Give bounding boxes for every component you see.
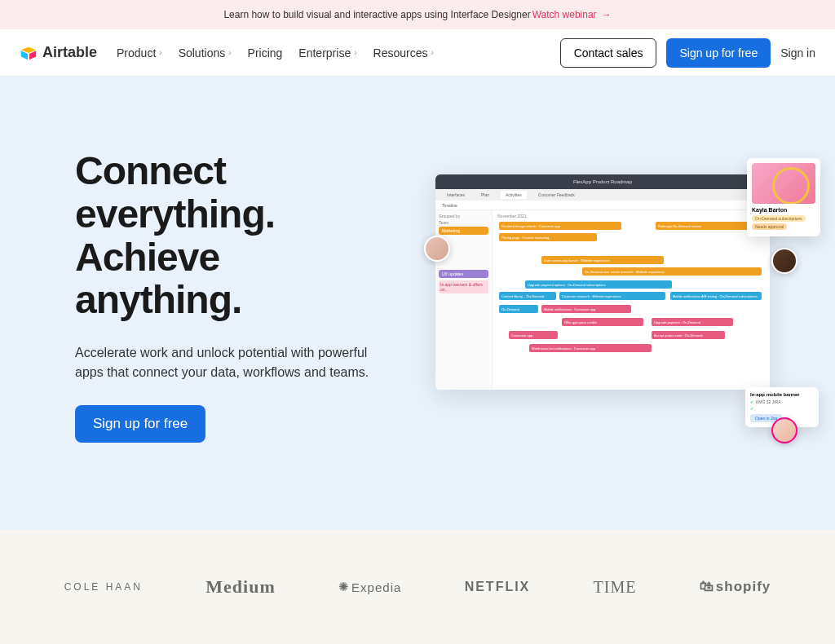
logo-medium: Medium <box>205 576 275 598</box>
chevron-right-icon: › <box>354 48 356 57</box>
nav-enterprise[interactable]: Enterprise› <box>298 46 356 60</box>
grouped-by-label: Grouped by <box>439 214 488 218</box>
task-row: ✔ <box>750 406 814 411</box>
chevron-right-icon: › <box>228 48 231 57</box>
timeline-bar: Mobile notifications A/B testing · On-De… <box>670 292 762 300</box>
timeline-bar: Mobile notifications · Consumer app <box>541 305 631 313</box>
chevron-right-icon: › <box>159 48 161 57</box>
avatar <box>771 417 797 443</box>
group-ux: UX updates <box>439 270 488 278</box>
app-toolbar: Timeline <box>435 201 770 210</box>
logo-netflix: NETFLIX <box>465 580 531 594</box>
logo-shopify: 🛍shopify <box>700 579 771 595</box>
task-title: In-app mobile banner <box>750 392 814 397</box>
airtable-logo-icon <box>20 44 38 62</box>
nav-items: Product› Solutions› Pricing Enterprise› … <box>117 46 434 60</box>
contact-sales-button[interactable]: Contact sales <box>560 38 657 68</box>
announcement-banner[interactable]: Learn how to build visual and interactiv… <box>0 0 835 29</box>
arrow-right-icon: → <box>602 9 612 20</box>
banner-text: Learn how to build visual and interactiv… <box>223 9 530 20</box>
main-nav: Airtable Product› Solutions› Pricing Ent… <box>0 29 835 77</box>
timeline-bar: On-Demand user needs research · Website … <box>582 267 762 276</box>
profile-photo <box>752 163 815 204</box>
timeline-bar: User community launch · Website experien… <box>541 256 664 264</box>
logo-time: TIME <box>594 578 637 597</box>
timeline-bar: Redesign On-Demand screen <box>656 222 762 230</box>
app-window: FlexApp Product Roadmap Interfaces Plan … <box>435 174 770 390</box>
hero-content: Connect everything. Achieve anything. Ac… <box>0 150 375 473</box>
timeline-bar: Offer gym pass credits <box>562 318 643 326</box>
app-tab: Interfaces <box>442 191 470 199</box>
timeline-bar: Upgrade payment options · On-Demand subs… <box>525 280 672 289</box>
timeline: Grouped by Team Marketing UX updates In … <box>435 210 770 390</box>
customer-logos: COLE HAAN Medium ✺Expedia NETFLIX TIME 🛍… <box>0 530 835 644</box>
timeline-bar: Pricing page · Content marketing <box>499 233 597 241</box>
timeline-bar: Consumer app <box>509 331 558 339</box>
hero-illustration: FlexApp Product Roadmap Interfaces Plan … <box>435 174 786 419</box>
check-icon: ✔ <box>750 399 753 404</box>
timeline-label: Timeline <box>442 203 457 208</box>
timeline-bar: Accept promo code · On-Demand <box>652 331 725 339</box>
nav-pricing[interactable]: Pricing <box>248 46 283 60</box>
app-tab: Activities <box>501 191 527 199</box>
nav-product[interactable]: Product› <box>117 46 162 60</box>
timeline-canvas: November 2021 Finalized design refresh ·… <box>493 210 770 390</box>
check-icon: ✔ <box>750 406 753 411</box>
signup-button[interactable]: Sign up for free <box>666 38 771 68</box>
app-header: FlexApp Product Roadmap <box>435 174 770 189</box>
chevron-right-icon: › <box>431 48 433 57</box>
hero-signup-button[interactable]: Sign up for free <box>75 405 205 443</box>
globe-icon: ✺ <box>338 580 350 594</box>
app-title: FlexApp Product Roadmap <box>573 179 632 184</box>
logo-expedia: ✺Expedia <box>338 580 401 594</box>
timeline-bar: Finalized design refresh · Consumer app <box>499 222 621 230</box>
timeline-bar: Wireframes for notifications · Consumer … <box>529 344 652 352</box>
app-tabs: Interfaces Plan Activities Customer Feed… <box>435 189 770 201</box>
timeline-bar: Customer research · Website experience <box>559 292 665 300</box>
group-marketing: Marketing <box>439 227 488 235</box>
profile-card: Kayla Barton On-Demand subscriptions Nee… <box>747 158 820 236</box>
avatar <box>771 248 797 274</box>
timeline-bar: Upgrade payment · On-Demand <box>652 318 733 326</box>
task-row: ✔KMG 32 JIRA <box>750 399 814 404</box>
nav-right: Contact sales Sign up for free Sign in <box>560 38 815 68</box>
team-label: Team <box>439 220 488 225</box>
bag-icon: 🛍 <box>700 579 714 595</box>
nav-solutions[interactable]: Solutions› <box>179 46 232 60</box>
profile-name: Kayla Barton <box>752 207 815 213</box>
brand-name: Airtable <box>42 44 97 61</box>
month-label: November 2021 <box>497 214 765 218</box>
nav-resources[interactable]: Resources› <box>373 46 434 60</box>
profile-tag: On-Demand subscriptions <box>752 215 806 222</box>
signin-link[interactable]: Sign in <box>780 46 815 60</box>
logo[interactable]: Airtable <box>20 44 97 62</box>
banner-cta[interactable]: Watch webinar <box>532 9 597 20</box>
hero: Connect everything. Achieve anything. Ac… <box>0 77 835 530</box>
avatar <box>424 236 450 262</box>
app-tab: Customer Feedback <box>533 191 580 199</box>
app-tab: Plan <box>476 191 494 199</box>
timeline-bar: On-Demand <box>499 305 538 313</box>
logo-colehaan: COLE HAAN <box>64 581 143 593</box>
hero-headline: Connect everything. Achieve anything. <box>75 150 375 322</box>
profile-tag: Needs approval <box>752 223 787 230</box>
side-item: In app banners & offers on... <box>439 280 488 293</box>
hero-subtext: Accelerate work and unlock potential wit… <box>75 343 375 382</box>
timeline-bar: Content library – On-Demand <box>499 292 556 300</box>
